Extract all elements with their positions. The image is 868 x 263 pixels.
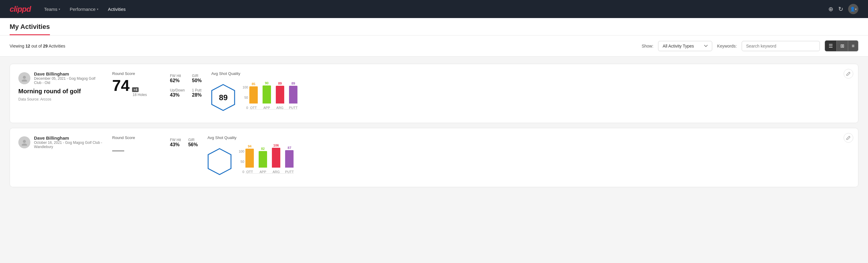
toolbar: Viewing 12 out of 29 Activities Show: Al… — [0, 35, 868, 57]
updown-stat: Up/Down 43% — [170, 88, 185, 98]
refresh-icon[interactable]: ↻ — [838, 5, 843, 12]
user-name: Dave Billingham — [34, 71, 102, 77]
nav-item-activities[interactable]: Activities — [104, 4, 129, 14]
dropdown-chevron-icon — [704, 45, 708, 47]
user-icon: 👤 — [850, 7, 855, 11]
bar-group: 90 APP — [262, 80, 271, 110]
avatar-icon — [21, 75, 28, 82]
search-input[interactable] — [742, 41, 820, 51]
activities-list: Dave Billingham December 05, 2021 - Gog … — [0, 57, 868, 195]
nav-item-teams[interactable]: Teams ▾ — [40, 4, 64, 14]
nav-right: ⊕ ↻ 👤 ▾ — [828, 4, 858, 14]
hex-container — [208, 148, 231, 175]
card-left: Dave Billingham October 16, 2021 - Gog M… — [18, 136, 102, 150]
performance-chevron-icon: ▾ — [97, 7, 98, 11]
bar-group: 89 PUTT — [289, 80, 298, 110]
show-label: Show: — [642, 43, 653, 49]
page-header: My Activities — [0, 18, 868, 35]
navigation: clippd Teams ▾ Performance ▾ Activities … — [0, 0, 868, 18]
activity-card: Dave Billingham October 16, 2021 - Gog M… — [10, 128, 858, 187]
app-logo: clippd — [10, 4, 31, 14]
hex-badge: 89 — [211, 84, 235, 111]
viewing-text: Viewing 12 out of 29 Activities — [10, 43, 637, 49]
chart-baseline — [249, 109, 298, 110]
score-badge: +4 — [132, 87, 139, 92]
svg-point-4 — [22, 144, 27, 146]
bar-group: 94 OTT — [245, 144, 254, 174]
avatar-icon — [21, 139, 28, 146]
add-icon[interactable]: ⊕ — [828, 5, 833, 12]
user-name: Dave Billingham — [34, 136, 102, 141]
edit-icon — [846, 71, 850, 76]
activity-type-dropdown[interactable]: All Activity Types — [658, 41, 712, 51]
svg-point-0 — [23, 76, 26, 79]
round-score-label: Round Score — [112, 136, 160, 140]
svg-point-3 — [23, 140, 26, 143]
data-source: Data Source: Arccos — [18, 97, 102, 101]
view-grid-button[interactable]: ⊞ — [837, 40, 848, 51]
activity-card: Dave Billingham December 05, 2021 - Gog … — [10, 64, 858, 123]
activity-title: Morning round of golf — [18, 88, 102, 95]
avg-shot-quality-label: Avg Shot Quality — [208, 136, 850, 140]
user-avatar — [18, 136, 30, 148]
card-left: Dave Billingham December 05, 2021 - Gog … — [18, 71, 102, 101]
stats-grid: FW Hit 43% GIR 56% — [170, 138, 198, 147]
view-toggle: ☰ ⊞ ≡ — [825, 40, 858, 52]
user-avatar-nav[interactable]: 👤 ▾ — [848, 4, 858, 14]
avg-shot-quality-label: Avg Shot Quality — [211, 71, 850, 76]
edit-icon — [846, 136, 850, 140]
round-score-section: Round Score 74 +4 18 Holes — [112, 71, 160, 97]
teams-chevron-icon: ▾ — [59, 7, 60, 11]
gir-stat: GIR 56% — [188, 138, 198, 147]
hex-badge — [208, 148, 231, 175]
bar-group: 87 PUTT — [285, 144, 294, 174]
user-avatar — [18, 72, 30, 84]
user-row: Dave Billingham December 05, 2021 - Gog … — [18, 71, 102, 85]
bar-chart: 100 50 0 94 OTT 82 — [239, 144, 294, 180]
view-list-compact-button[interactable]: ☰ — [825, 40, 837, 51]
view-list-expanded-button[interactable]: ≡ — [848, 40, 858, 51]
chart-baseline — [245, 173, 294, 174]
bar-group: 82 APP — [259, 144, 267, 174]
page-title: My Activities — [10, 23, 50, 35]
shot-quality-section: Avg Shot Quality 89 100 50 0 — [211, 71, 850, 116]
edit-button[interactable] — [844, 69, 853, 79]
user-date: October 16, 2021 - Gog Magog Golf Club -… — [34, 141, 102, 149]
bar-group: 89 ARG — [276, 80, 284, 110]
list-compact-icon: ☰ — [829, 43, 833, 49]
viewing-total: 29 — [43, 43, 48, 49]
round-score-section: Round Score — [112, 136, 160, 160]
keywords-label: Keywords: — [717, 43, 737, 49]
user-chevron-icon: ▾ — [855, 7, 857, 11]
fw-hit-stat: FW Hit 43% — [170, 138, 181, 147]
fw-hit-stat: FW Hit 62% — [170, 74, 185, 83]
shot-quality-section: Avg Shot Quality 100 50 0 — [208, 136, 850, 180]
hex-container: 89 — [211, 84, 235, 111]
viewing-count: 12 — [26, 43, 30, 49]
chart-y-labels: 100 50 0 — [242, 85, 248, 116]
svg-marker-5 — [208, 149, 231, 175]
score-holes: 18 Holes — [133, 93, 147, 97]
bar-chart: 100 50 0 85 OTT 90 — [242, 80, 298, 116]
nav-item-performance[interactable]: Performance ▾ — [66, 4, 102, 14]
user-row: Dave Billingham October 16, 2021 - Gog M… — [18, 136, 102, 149]
list-expanded-icon: ≡ — [852, 43, 855, 49]
chart-y-labels: 100 50 0 — [239, 150, 244, 180]
svg-point-1 — [22, 80, 27, 82]
bar-group: 106 ARG — [272, 144, 280, 174]
user-date: December 05, 2021 - Gog Magog Golf Club … — [34, 77, 102, 85]
score-value: 74 — [112, 78, 130, 93]
nav-items: Teams ▾ Performance ▾ Activities — [40, 4, 819, 14]
edit-button[interactable] — [844, 133, 853, 143]
oneputt-stat: 1 Putt 28% — [192, 88, 202, 98]
hex-svg — [208, 148, 231, 175]
round-score-label: Round Score — [112, 71, 160, 76]
bar-group: 85 OTT — [249, 80, 258, 110]
stats-grid: FW Hit 62% Up/Down 43% GIR 50% 1 Putt 28… — [170, 74, 202, 98]
gir-stat: GIR 50% — [192, 74, 202, 83]
grid-icon: ⊞ — [840, 43, 844, 49]
